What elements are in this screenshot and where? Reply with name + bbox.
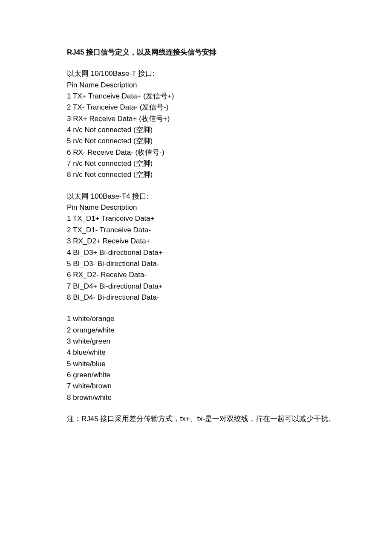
pin-line: 5 n/c Not connected (空脚) [67,136,392,147]
section1-header: 以太网 10/100Base-T 接口: [67,68,392,79]
color-line: 1 white/orange [67,313,392,324]
pin-line: 6 RX_D2- Receive Data- [67,269,392,280]
pin-line: 1 TX+ Tranceive Data+ (发信号+) [67,91,392,102]
color-line: 3 white/green [67,336,392,347]
pin-line: 2 TX- Tranceive Data- (发信号-) [67,102,392,113]
pin-line: 7 n/c Not connected (空脚) [67,158,392,169]
document-title: RJ45 接口信号定义，以及网线连接头信号安排 [67,47,392,58]
color-line: 5 white/blue [67,358,392,370]
section2-header: 以太网 100Base-T4 接口: [67,191,392,202]
section-10-100base-t: 以太网 10/100Base-T 接口: Pin Name Descriptio… [67,68,392,180]
section-wire-colors: 1 white/orange 2 orange/white 3 white/gr… [67,313,392,403]
section1-subheader: Pin Name Description [67,80,392,91]
pin-line: 2 TX_D1- Tranceive Data- [67,225,392,236]
color-line: 2 orange/white [67,325,392,336]
pin-line: 5 BI_D3- Bi-directional Data- [67,258,392,269]
footnote: 注：RJ45 接口采用差分传输方式，tx+、tx-是一对双绞线，拧在一起可以减少… [67,413,392,425]
pin-line: 8 n/c Not connected (空脚) [67,169,392,180]
color-line: 6 green/white [67,370,392,381]
color-line: 7 white/brown [67,381,392,392]
section2-subheader: Pin Name Description [67,202,392,213]
pin-line: 3 RX+ Receive Data+ (收信号+) [67,113,392,124]
pin-line: 4 BI_D3+ Bi-directional Data+ [67,247,392,258]
pin-line: 7 BI_D4+ Bi-directional Data+ [67,281,392,292]
pin-line: 8 BI_D4- Bi-directional Data- [67,292,392,303]
pin-line: 3 RX_D2+ Receive Data+ [67,236,392,247]
section-100base-t4: 以太网 100Base-T4 接口: Pin Name Description … [67,191,392,303]
pin-line: 1 TX_D1+ Tranceive Data+ [67,213,392,224]
color-line: 4 blue/white [67,347,392,358]
pin-line: 4 n/c Not connected (空脚) [67,124,392,136]
color-line: 8 brown/white [67,392,392,403]
pin-line: 6 RX- Receive Data- (收信号-) [67,147,392,158]
